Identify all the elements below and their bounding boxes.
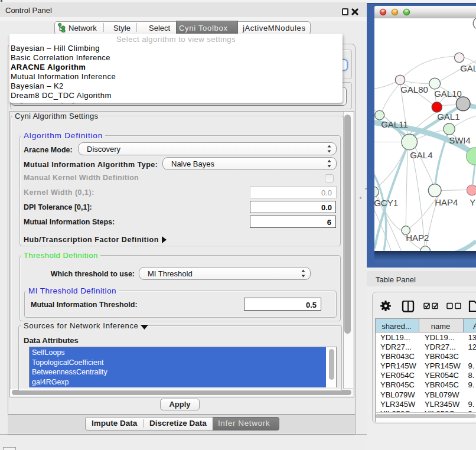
svg-text:GCY1: GCY1 [374, 198, 398, 208]
svg-text:GAL10: GAL10 [434, 88, 462, 98]
svg-text:HAP4: HAP4 [435, 197, 458, 207]
svg-text:GAL7: GAL7 [460, 63, 476, 73]
svg-text:HAP2: HAP2 [406, 233, 429, 243]
svg-text:GAL1: GAL1 [437, 111, 459, 121]
svg-text:GAL11: GAL11 [381, 119, 408, 129]
svg-text:GAL80: GAL80 [400, 84, 428, 94]
svg-text:GAL4: GAL4 [410, 150, 432, 160]
svg-text:SWI4: SWI4 [449, 135, 471, 145]
svg-text:YL: YL [470, 197, 476, 207]
